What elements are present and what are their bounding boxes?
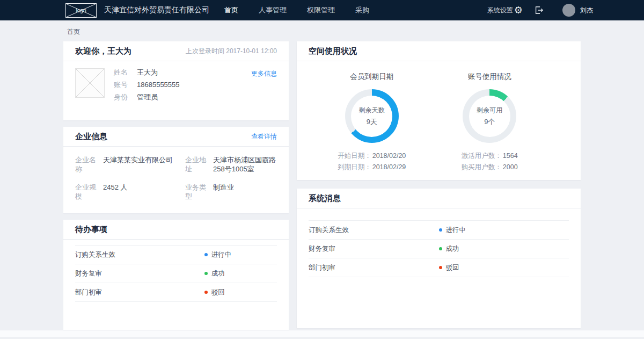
messages-card-title: 系统消息 [309, 193, 341, 204]
donut-center-label: 剩余可用 [477, 106, 502, 115]
field-company-scale: 企业规模 2452 人 [75, 183, 185, 201]
status-dot-icon [439, 247, 442, 250]
stat-label: 到期日期： [338, 162, 371, 173]
profile-row-account: 账号 18685555555 [114, 81, 180, 89]
messages-list: 订购关系生效 进行中 财务复审 成功 部门初审 [309, 220, 569, 277]
donut-center-value: 9天 [367, 117, 377, 127]
main-menu: 首页 人事管理 权限管理 采购 [223, 4, 370, 17]
stat-line: 激活用户数： 1564 [462, 150, 518, 162]
todo-label: 财务复审 [75, 269, 204, 278]
account-stats: 激活用户数： 1564 购买用户数： 2000 [462, 150, 518, 173]
status-dot-icon [439, 266, 442, 269]
menu-item-hr[interactable]: 人事管理 [258, 4, 288, 17]
profile-row-name: 姓名 王大为 [114, 68, 180, 76]
field-label: 企业规模 [75, 183, 101, 201]
status-dot-icon [439, 228, 442, 232]
menu-item-home[interactable]: 首页 [223, 4, 239, 17]
todo-row[interactable]: 订购关系生效 进行中 [75, 246, 277, 264]
image-placeholder-cross-icon [76, 69, 104, 97]
breadcrumb[interactable]: 首页 [67, 27, 644, 37]
todo-status: 成功 [204, 269, 277, 278]
top-navbar: logo 天津宜信对外贸易责任有限公司 首页 人事管理 权限管理 采购 系统设置… [0, 0, 644, 20]
todo-row[interactable]: 财务复审 成功 [75, 264, 277, 283]
message-label: 部门初审 [309, 263, 439, 272]
welcome-card: 欢迎你，王大为 上次登录时间 2017-10-01 12:00 姓名 王大为 [63, 41, 289, 120]
profile-section: 姓名 王大为 账号 18685555555 身份 管理员 更多信息 [63, 61, 289, 105]
logo-text: logo [76, 8, 86, 13]
status-text: 进行中 [211, 250, 232, 259]
stat-value: 2018/02/29 [372, 162, 406, 173]
field-label: 身份 [114, 93, 130, 101]
donut-center: 剩余天数 9天 [351, 96, 392, 137]
main-content: 欢迎你，王大为 上次登录时间 2017-10-01 12:00 姓名 王大为 [0, 37, 644, 330]
status-text: 驳回 [446, 263, 459, 272]
message-status: 成功 [439, 244, 569, 254]
todo-card-header: 待办事项 [63, 220, 289, 240]
space-card-title: 空间使用状况 [309, 46, 357, 56]
field-label: 企业地址 [185, 155, 211, 174]
status-dot-icon [204, 253, 208, 256]
message-row[interactable]: 财务复审 成功 [309, 240, 569, 258]
system-messages-card: 系统消息 订购关系生效 进行中 财务复审 成功 [297, 189, 581, 328]
space-usage-card: 空间使用状况 会员到期日期 剩余天数 9天 开始日期： 2018/02/20 [297, 41, 581, 180]
account-usage-column: 账号使用情况 剩余可用 9个 激活用户数： 1564 购买用户数 [431, 73, 549, 173]
column-heading: 账号使用情况 [468, 73, 511, 81]
status-text: 驳回 [211, 288, 225, 297]
welcome-card-header: 欢迎你，王大为 上次登录时间 2017-10-01 12:00 [63, 41, 289, 61]
stat-label: 开始日期： [338, 150, 371, 162]
view-detail-link[interactable]: 查看详情 [251, 132, 277, 141]
right-column: 空间使用状况 会员到期日期 剩余天数 9天 开始日期： 2018/02/20 [297, 41, 581, 330]
system-settings-button[interactable]: 系统设置 ⚙ [487, 5, 523, 15]
todo-row[interactable]: 部门初审 驳回 [75, 283, 277, 302]
navbar-right: 系统设置 ⚙ 刘杰 [487, 4, 593, 17]
field-value: 2452 人 [103, 183, 128, 201]
company-card-title: 企业信息 [75, 132, 107, 142]
messages-card-header: 系统消息 [297, 189, 581, 208]
donut-center-label: 剩余天数 [359, 106, 385, 115]
todo-label: 部门初审 [75, 288, 204, 297]
stat-value: 2018/02/20 [372, 150, 406, 162]
company-info-card: 企业信息 查看详情 企业名称 天津某某实业有限公司 企业地址 天津市杨浦区国霞路… [63, 127, 289, 213]
stat-value: 2000 [503, 162, 518, 173]
username[interactable]: 刘杰 [580, 6, 593, 15]
stat-label: 激活用户数： [462, 150, 502, 162]
gear-icon: ⚙ [514, 5, 523, 15]
field-business-type: 业务类型 制造业 [185, 183, 277, 201]
message-row[interactable]: 部门初审 驳回 [309, 258, 569, 277]
message-status: 驳回 [439, 263, 569, 272]
company-card-header: 企业信息 查看详情 [63, 127, 289, 147]
todo-label: 订购关系生效 [75, 250, 204, 259]
company-name: 天津宜信对外贸易责任有限公司 [104, 5, 209, 15]
field-value: 天津某某实业有限公司 [103, 155, 173, 174]
menu-item-purchase[interactable]: 采购 [354, 4, 370, 17]
menu-item-permissions[interactable]: 权限管理 [306, 4, 336, 17]
stat-label: 购买用户数： [462, 162, 502, 173]
todo-card-title: 待办事项 [75, 225, 107, 235]
space-card-header: 空间使用状况 [297, 41, 581, 61]
field-label: 企业名称 [75, 155, 101, 174]
message-label: 订购关系生效 [309, 226, 439, 235]
message-row[interactable]: 订购关系生效 进行中 [309, 221, 569, 240]
field-value: 王大为 [137, 68, 158, 76]
message-status: 进行中 [439, 226, 569, 235]
donut-center-value: 9个 [484, 117, 495, 127]
space-columns: 会员到期日期 剩余天数 9天 开始日期： 2018/02/20 [297, 61, 581, 173]
last-login: 上次登录时间 2017-10-01 12:00 [186, 47, 277, 56]
last-login-time: 2017-10-01 12:00 [226, 47, 277, 55]
field-company-address: 企业地址 天津市杨浦区国霞路258号1005室 [185, 155, 277, 174]
more-info-link[interactable]: 更多信息 [251, 69, 277, 78]
field-value: 制造业 [213, 183, 234, 201]
status-dot-icon [204, 291, 208, 294]
app-logo[interactable]: logo [65, 3, 97, 18]
stat-line: 购买用户数： 2000 [462, 162, 518, 173]
field-label: 业务类型 [185, 183, 211, 201]
field-label: 账号 [114, 81, 130, 89]
membership-donut-chart: 剩余天数 9天 [345, 89, 399, 143]
field-value: 天津市杨浦区国霞路258号1005室 [213, 155, 277, 174]
user-avatar[interactable] [562, 4, 575, 17]
todo-card: 待办事项 订购关系生效 进行中 财务复审 成功 [63, 220, 289, 330]
status-text: 成功 [211, 269, 225, 278]
todo-status: 驳回 [204, 288, 277, 297]
logout-button[interactable] [533, 5, 544, 16]
company-fields: 企业名称 天津某某实业有限公司 企业地址 天津市杨浦区国霞路258号1005室 … [63, 147, 289, 201]
